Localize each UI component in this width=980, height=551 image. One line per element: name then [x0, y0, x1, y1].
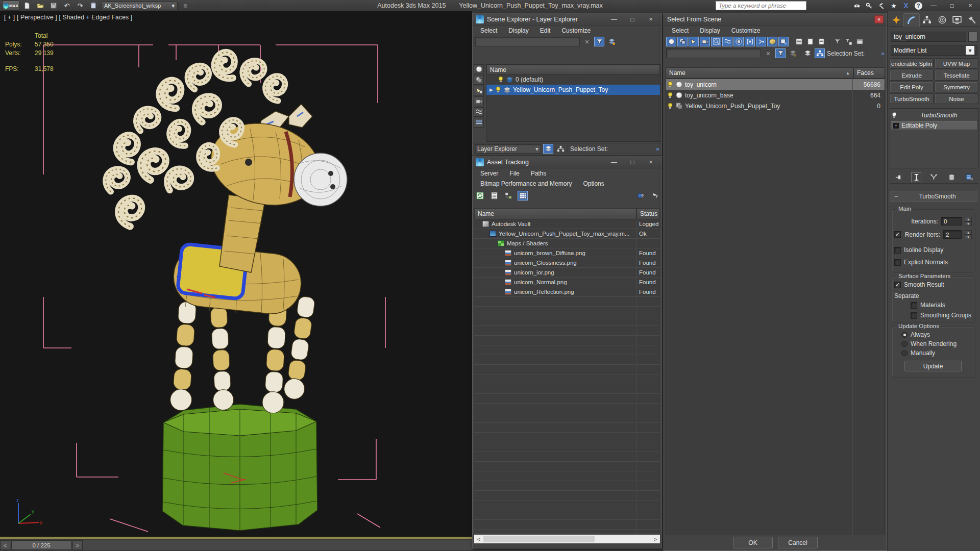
expand-icon[interactable]: ▶: [489, 87, 493, 92]
asset-row[interactable]: unicorn_Glossiness.png Found: [474, 258, 660, 268]
filter-combinations-button[interactable]: [832, 37, 842, 46]
asset-tracking-titlebar[interactable]: Asset Tracking — □ ×: [473, 156, 662, 168]
explorer-mode-dropdown[interactable]: Layer Explorer ▾: [475, 144, 541, 154]
filter-window-button[interactable]: [854, 37, 865, 46]
menu-display[interactable]: Display: [694, 26, 725, 36]
communication-center-button[interactable]: [876, 1, 887, 10]
asset-row[interactable]: unicorn_brown_Diffuse.png Found: [474, 248, 660, 258]
bulb-icon[interactable]: [498, 76, 504, 83]
perspective-viewport[interactable]: [ + ] [ Perspective ] [ Shaded + Edged F…: [0, 11, 472, 537]
select-from-scene-close-button[interactable]: ×: [874, 15, 884, 23]
menu-customize[interactable]: Customize: [556, 26, 596, 36]
scrollbar-thumb[interactable]: [483, 536, 595, 542]
previous-frame-button[interactable]: <: [0, 540, 10, 550]
layer-mode-button[interactable]: [802, 48, 813, 58]
detail-view-button[interactable]: [816, 37, 826, 46]
menu-paths[interactable]: Paths: [525, 168, 552, 179]
asset-tracking-minimize-button[interactable]: —: [606, 159, 622, 166]
list-view-button[interactable]: [794, 37, 804, 46]
scene-explorer-close-button[interactable]: ×: [643, 16, 658, 23]
layer-mode-button[interactable]: [543, 144, 553, 154]
next-frame-button[interactable]: >: [72, 540, 83, 550]
list-view-button[interactable]: [489, 191, 499, 201]
pin-stack-button[interactable]: [893, 172, 903, 182]
app-minimize-button[interactable]: —: [925, 1, 942, 11]
hierarchy-mode-button[interactable]: [815, 48, 825, 58]
scene-name-column-header[interactable]: Name ▲: [666, 67, 853, 79]
menu-select[interactable]: Select: [475, 26, 503, 36]
ok-button[interactable]: OK: [733, 537, 773, 548]
menu-file[interactable]: File: [504, 168, 525, 179]
scene-object-row[interactable]: Yellow_Unicorn_Push_Puppet_Toy 0: [666, 101, 885, 111]
render-iters-spinner[interactable]: ▴▾: [965, 230, 972, 239]
display-geometry-button[interactable]: [474, 64, 484, 74]
filter-toggle-button[interactable]: [594, 37, 604, 46]
scroll-left-icon[interactable]: <: [474, 535, 483, 543]
app-close-button[interactable]: ×: [962, 1, 979, 11]
hierarchy-mode-button[interactable]: [555, 144, 566, 154]
update-button[interactable]: Update: [904, 361, 962, 371]
iterations-field[interactable]: 0: [941, 217, 962, 226]
pick-layer-button[interactable]: [606, 37, 617, 46]
help-button[interactable]: ?: [913, 1, 924, 10]
exchange-button[interactable]: X: [900, 1, 912, 10]
menu-display[interactable]: Display: [503, 26, 534, 36]
modifier-list-dropdown[interactable]: Modifier List ▾: [891, 45, 977, 56]
clear-search-button[interactable]: ×: [582, 37, 592, 46]
menu-options[interactable]: Options: [577, 179, 609, 189]
filter-bones-button[interactable]: [756, 37, 766, 46]
filter-xrefs-button[interactable]: [745, 37, 755, 46]
search-button[interactable]: [851, 1, 863, 10]
scene-object-row-selected[interactable]: toy_unicorn 56686: [666, 79, 885, 90]
scene-faces-column-header[interactable]: Faces: [853, 67, 885, 79]
turbosmooth-rollout-header[interactable]: − TurboSmooth: [890, 191, 977, 202]
scene-explorer-search-input[interactable]: [475, 37, 580, 46]
tab-modify[interactable]: [903, 13, 919, 27]
bulb-icon[interactable]: [495, 86, 501, 93]
asset-tracking-close-button[interactable]: ×: [643, 159, 658, 166]
max-logo-button[interactable]: MAX: [2, 1, 19, 11]
filter-toggle-button[interactable]: [775, 48, 786, 58]
explicit-normals-checkbox[interactable]: [894, 259, 901, 266]
menu-server[interactable]: Server: [475, 168, 504, 179]
filter-lights-button[interactable]: [689, 37, 699, 46]
asset-row[interactable]: Maps / Shaders: [474, 239, 660, 248]
favorites-button[interactable]: ★: [888, 1, 899, 10]
asset-name-column-header[interactable]: Name: [474, 208, 636, 219]
blank-view-button[interactable]: [805, 37, 815, 46]
display-helpers-button[interactable]: [474, 107, 484, 117]
render-iters-field[interactable]: 2: [943, 230, 962, 239]
asset-status-column-header[interactable]: Status: [636, 208, 660, 219]
more-chevrons-icon[interactable]: »: [656, 145, 659, 153]
asset-tracking-maximize-button[interactable]: □: [625, 159, 640, 166]
show-end-result-button[interactable]: [911, 172, 921, 182]
layer-row-default[interactable]: 0 (default): [486, 74, 660, 85]
workspace-dropdown[interactable]: AK_Screenshot_wrksp ▾: [101, 2, 178, 10]
display-shapes-button[interactable]: [474, 75, 484, 85]
when-rendering-radio[interactable]: [901, 341, 908, 347]
display-lights-button[interactable]: [474, 86, 484, 95]
undo-button[interactable]: ↶: [61, 1, 72, 10]
object-color-swatch[interactable]: [968, 32, 977, 42]
object-name-field[interactable]: toy_unicorn: [891, 32, 966, 42]
modifier-button-noise[interactable]: Noise: [935, 93, 978, 104]
viewport-label[interactable]: [ + ] [ Perspective ] [ Shaded + Edged F…: [4, 14, 132, 21]
modifier-button-uvw-map[interactable]: UVW Map: [935, 58, 978, 69]
stack-item-turbosmooth[interactable]: TurboSmooth: [891, 111, 978, 120]
context-help-button[interactable]: ?: [649, 191, 659, 201]
menu-edit[interactable]: Edit: [534, 26, 556, 36]
help-globe-button[interactable]: ?: [635, 191, 645, 201]
modifier-button-tessellate[interactable]: Tessellate: [935, 70, 978, 81]
cancel-button[interactable]: Cancel: [778, 537, 818, 548]
tab-hierarchy[interactable]: [920, 13, 935, 27]
asset-row[interactable]: Autodesk Vault Logged: [474, 219, 660, 229]
materials-checkbox[interactable]: [911, 302, 917, 309]
app-restore-button[interactable]: □: [943, 1, 961, 11]
layers-burst-button[interactable]: [788, 48, 798, 58]
bulb-icon[interactable]: [667, 81, 673, 88]
scene-object-row[interactable]: toy_unicorn_base 664: [666, 90, 885, 101]
filter-shapes-button[interactable]: [677, 37, 688, 46]
time-slider-thumb[interactable]: 0 / 225: [11, 540, 71, 550]
asset-horizontal-scrollbar[interactable]: < >: [474, 535, 660, 543]
scene-explorer-maximize-button[interactable]: □: [625, 16, 640, 23]
